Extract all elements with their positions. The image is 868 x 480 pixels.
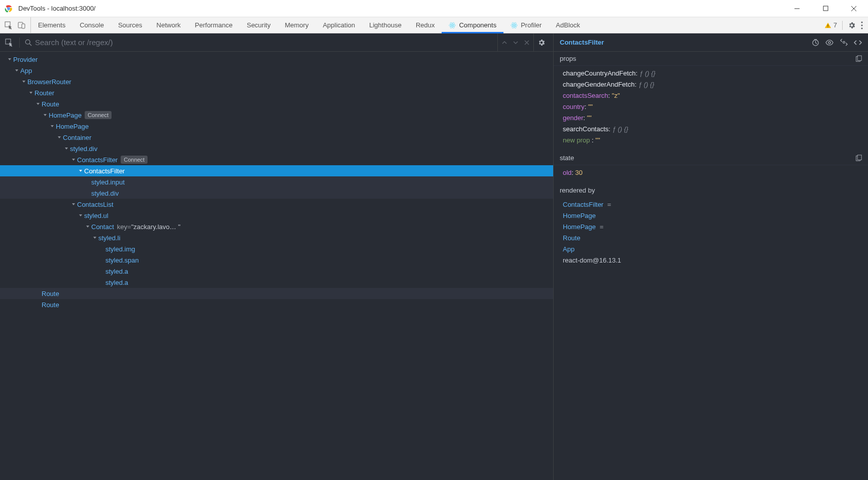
select-element-icon[interactable] [4,38,14,48]
tree-node[interactable]: BrowserRouter [0,76,553,87]
window-maximize-button[interactable] [818,2,833,16]
search-input[interactable] [35,38,497,47]
inspect-dom-icon[interactable] [825,39,834,47]
tab-application[interactable]: Application [316,17,363,33]
prop-row[interactable]: changeGenderAndFetch: ƒ () {} [563,79,862,90]
prop-row[interactable]: contactsSearch: "z" [563,90,862,101]
prop-row[interactable]: searchContacts: ƒ () {} [563,124,862,135]
tab-elements[interactable]: Elements [31,17,73,33]
svg-point-22 [861,24,862,26]
svg-point-15 [514,24,515,26]
warnings-count: 7 [834,21,837,29]
search-next-icon[interactable] [513,40,518,45]
warning-icon [824,22,831,29]
tree-node[interactable]: ContactsFilter [0,165,553,176]
state-list[interactable]: old: 30 [554,165,868,183]
rendered-by-item[interactable]: ContactsFilter = [563,199,862,210]
window-minimize-button[interactable] [790,2,804,16]
tree-node[interactable]: styled.ul [0,210,553,221]
tab-performance[interactable]: Performance [188,17,239,33]
node-name: HomePage [56,123,89,130]
suspend-icon[interactable] [811,39,819,47]
tab-network[interactable]: Network [150,17,188,33]
prop-row[interactable]: new prop : "" [563,135,862,146]
tree-node[interactable]: Contactkey="zackary.lavo… " [0,221,553,232]
tree-node[interactable]: styled.div [0,143,553,154]
tab-security[interactable]: Security [240,17,278,33]
copy-icon[interactable] [855,55,862,62]
tree-node[interactable]: ContactsFilterConnect [0,154,553,165]
tree-node[interactable]: HomePageConnect [0,109,553,121]
tree-node[interactable]: Provider [0,54,553,65]
tab-label: Sources [118,21,142,29]
settings-gear-icon[interactable] [848,21,856,29]
tab-label: Redux [416,21,435,29]
tree-node[interactable]: Route [0,98,553,109]
prop-row[interactable]: country: "" [563,101,862,113]
rendered-by-item[interactable]: HomePage [563,210,862,221]
search-icon [25,39,32,46]
svg-line-31 [815,43,817,44]
tree-node[interactable]: Router [0,87,553,98]
tab-label: Performance [195,21,232,29]
tab-memory[interactable]: Memory [278,17,316,33]
tree-node[interactable]: App [0,65,553,76]
tab-adblock[interactable]: AdBlock [549,17,587,33]
prop-row[interactable]: changeCountryAndFetch: ƒ () {} [563,68,862,79]
inspect-element-icon[interactable] [4,21,13,30]
window-close-button[interactable] [847,2,861,16]
details-component-name: ContactsFilter [560,39,604,46]
tree-node[interactable]: Route [0,288,553,299]
tree-node[interactable]: styled.a [0,277,553,288]
components-tree[interactable]: ProviderAppBrowserRouterRouterRouteHomeP… [0,52,553,480]
rendered-by-item[interactable]: HomePage = [563,221,862,233]
svg-rect-36 [857,55,861,60]
tab-redux[interactable]: Redux [409,17,442,33]
tree-node[interactable]: HomePage [0,121,553,132]
rendered-by-item: react-dom@16.13.1 [563,255,862,266]
tree-node[interactable]: styled.input [0,176,553,188]
rendered-by-list[interactable]: ContactsFilter =HomePageHomePage =RouteA… [554,197,868,271]
rendered-by-item[interactable]: Route [563,233,862,244]
tree-node[interactable]: styled.li [0,232,553,243]
prop-row[interactable]: gender: "" [563,113,862,124]
more-menu-icon[interactable] [861,21,863,29]
tab-lighthouse[interactable]: Lighthouse [362,17,409,33]
devtools-tabbar: ElementsConsoleSourcesNetworkPerformance… [0,17,868,33]
tab-components[interactable]: Components [442,17,503,33]
warnings-indicator[interactable]: 7 [824,21,837,29]
svg-point-3 [8,8,10,10]
log-data-icon[interactable] [840,39,848,47]
node-name: styled.ul [84,212,108,219]
node-name: HomePage [49,112,82,119]
view-source-icon[interactable] [854,39,862,47]
tree-node[interactable]: styled.div [0,188,553,199]
node-name: styled.input [91,178,125,186]
caret-icon [14,68,19,72]
search-close-icon[interactable] [524,40,529,45]
tree-node[interactable]: ContactsList [0,199,553,210]
tree-node[interactable]: styled.a [0,266,553,277]
rendered-by-item[interactable]: App [563,244,862,255]
caret-icon [50,124,55,128]
tree-node[interactable]: styled.span [0,254,553,266]
tab-console[interactable]: Console [73,17,111,33]
tab-sources[interactable]: Sources [111,17,150,33]
tab-profiler[interactable]: Profiler [503,17,549,33]
node-name: styled.div [91,190,119,197]
copy-icon[interactable] [855,155,862,162]
tree-node[interactable]: Route [0,299,553,310]
caret-icon [43,113,48,117]
window-title: DevTools - localhost:3000/ [18,5,95,12]
svg-point-25 [25,40,30,44]
components-settings-icon[interactable] [534,39,549,47]
svg-rect-38 [857,155,861,160]
tree-node[interactable]: Container [0,132,553,143]
window-titlebar: DevTools - localhost:3000/ [0,0,868,17]
props-list[interactable]: changeCountryAndFetch: ƒ () {}changeGend… [554,66,868,151]
prop-row[interactable]: old: 30 [563,167,862,178]
search-prev-icon[interactable] [502,40,507,45]
tree-node[interactable]: styled.img [0,243,553,254]
components-tree-panel: ProviderAppBrowserRouterRouterRouteHomeP… [0,33,554,480]
device-toolbar-icon[interactable] [17,21,26,30]
